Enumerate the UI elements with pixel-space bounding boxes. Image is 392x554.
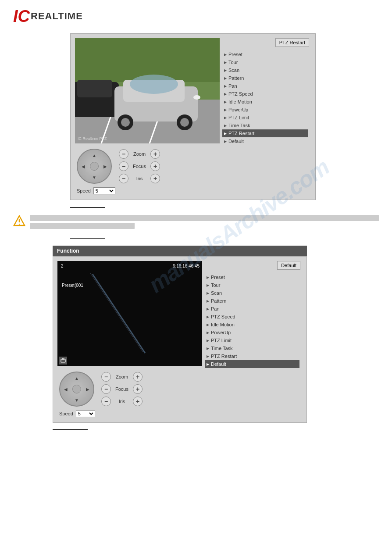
menu-default-1[interactable]: ▶Default — [222, 137, 308, 145]
menu-tour-1[interactable]: ▶Tour — [222, 58, 308, 66]
menu-powerup-1[interactable]: ▶PowerUp — [222, 106, 308, 114]
zoom-plus-2[interactable]: + — [133, 372, 143, 382]
camera-timestamp-2: 6:16:16 46:45 — [173, 264, 200, 268]
camera-feed-2: 2 6:16:16 46:45 Preset(001 — [57, 261, 202, 366]
iris-minus-2[interactable]: − — [101, 397, 111, 406]
menu-time-task-1[interactable]: ▶Time Task — [222, 122, 308, 129]
dpad-left-1[interactable]: ◀ — [78, 161, 88, 171]
menu-powerup-2[interactable]: ▶PowerUp — [205, 329, 299, 336]
divider-3 — [53, 429, 88, 430]
menu-pan-2[interactable]: ▶Pan — [205, 305, 299, 313]
speed-label-2: Speed — [59, 411, 73, 416]
zoom-minus-1[interactable]: − — [119, 149, 128, 159]
side-menu-1: PTZ Restart ▶Preset ▶Tour ▶Scan ▶Pattern… — [220, 38, 311, 145]
speed-select-1[interactable]: 5 1234 678 — [93, 187, 115, 194]
zoom-plus-1[interactable]: + — [150, 149, 160, 159]
ptz-panel-1: IC Realtime PTZ PTZ Restart ▶Preset ▶Tou… — [70, 33, 316, 200]
dpad-center-1[interactable] — [90, 162, 99, 171]
default-button-2[interactable]: Default — [277, 261, 300, 270]
svg-point-13 — [180, 118, 189, 127]
iris-label-2: Iris — [114, 399, 130, 404]
menu-pattern-2[interactable]: ▶Pattern — [205, 297, 299, 305]
menu-ptz-restart-2[interactable]: ▶PTZ Restart — [205, 352, 299, 360]
menu-ptz-limit-2[interactable]: ▶PTZ Limit — [205, 336, 299, 344]
focus-label-1: Focus — [131, 164, 148, 169]
iris-plus-2[interactable]: + — [133, 397, 143, 406]
svg-point-17 — [19, 224, 20, 225]
speed-row-1: Speed 5 1234 678 — [75, 186, 311, 195]
iris-minus-1[interactable]: − — [119, 174, 128, 183]
header: IC REALTIME — [0, 0, 392, 29]
svg-rect-18 — [57, 261, 202, 366]
dpad-right-2[interactable]: ▶ — [83, 384, 93, 394]
focus-label-2: Focus — [114, 386, 130, 392]
focus-minus-1[interactable]: − — [119, 161, 128, 171]
menu-scan-1[interactable]: ▶Scan — [222, 66, 308, 74]
speed-select-2[interactable]: 5 1234 678 — [76, 410, 95, 417]
menu-ptz-limit-1[interactable]: ▶PTZ Limit — [222, 114, 308, 122]
iris-label-1: Iris — [131, 176, 148, 181]
speed-label-1: Speed — [77, 188, 91, 193]
side-menu-2: Default ▶Preset ▶Tour ▶Scan ▶Pattern ▶Pa… — [202, 261, 302, 368]
camera-feed-1: IC Realtime PTZ — [75, 38, 220, 143]
svg-point-14 — [193, 95, 200, 100]
menu-idle-motion-1[interactable]: ▶Idle Motion — [222, 98, 308, 106]
svg-point-11 — [121, 118, 130, 127]
ptz-restart-button-1[interactable]: PTZ Restart — [275, 38, 309, 47]
logo-realtime: REALTIME — [31, 11, 83, 22]
logo-ic: IC — [13, 8, 30, 25]
focus-plus-1[interactable]: + — [150, 161, 160, 171]
dpad-up-2[interactable]: ▲ — [72, 373, 82, 383]
menu-preset-2[interactable]: ▶Preset — [205, 273, 299, 281]
divider-1 — [70, 207, 105, 208]
warning-text — [30, 215, 379, 231]
function-header: Function — [53, 246, 307, 256]
dpad-down-2[interactable]: ▼ — [72, 395, 82, 405]
zoom-label-2: Zoom — [114, 374, 130, 379]
camera-overlay-1: IC Realtime PTZ — [78, 136, 107, 141]
camera-number-2: 2 — [61, 264, 64, 268]
camera-icon-btn-2[interactable] — [59, 357, 67, 365]
svg-rect-6 — [77, 80, 112, 97]
function-panel: Function 2 6:16:16 46:45 Preset(001 — [53, 246, 307, 423]
zfi-controls-2: − Zoom + − Focus + − Iris + — [101, 372, 143, 406]
menu-scan-2[interactable]: ▶Scan — [205, 289, 299, 297]
focus-plus-2[interactable]: + — [133, 384, 143, 394]
focus-minus-2[interactable]: − — [101, 384, 111, 394]
controls-area-1: ▲ ▼ ◀ ▶ − Zoom + − Focus + — [75, 145, 311, 186]
svg-rect-21 — [61, 359, 65, 362]
divider-2 — [70, 238, 105, 239]
menu-idle-motion-2[interactable]: ▶Idle Motion — [205, 321, 299, 329]
menu-ptz-restart-1[interactable]: ▶PTZ Restart — [222, 129, 308, 137]
dpad-2: ▲ ▼ ◀ ▶ — [59, 372, 94, 407]
zoom-label-1: Zoom — [131, 151, 148, 157]
logo: IC REALTIME — [13, 8, 83, 25]
warning-icon — [13, 215, 25, 227]
dpad-right-1[interactable]: ▶ — [100, 161, 110, 171]
speed-row-2: Speed 5 1234 678 — [57, 408, 302, 418]
warning-bar-partial — [30, 223, 135, 229]
dpad-down-1[interactable]: ▼ — [89, 172, 99, 182]
menu-default-2[interactable]: ▶Default — [205, 360, 299, 368]
menu-pattern-1[interactable]: ▶Pattern — [222, 74, 308, 82]
dpad-up-1[interactable]: ▲ — [89, 150, 99, 160]
warning-section — [13, 215, 379, 231]
dpad-1: ▲ ▼ ◀ ▶ — [77, 149, 112, 184]
menu-time-task-2[interactable]: ▶Time Task — [205, 344, 299, 352]
controls-area-2: ▲ ▼ ◀ ▶ − Zoom + − Focus — [57, 368, 302, 408]
svg-point-9 — [130, 75, 178, 94]
menu-tour-2[interactable]: ▶Tour — [205, 281, 299, 289]
menu-ptz-speed-2[interactable]: ▶PTZ Speed — [205, 313, 299, 321]
iris-plus-1[interactable]: + — [150, 174, 160, 183]
dpad-center-2[interactable] — [72, 385, 81, 393]
dpad-left-2[interactable]: ◀ — [61, 384, 71, 394]
svg-marker-22 — [62, 358, 64, 359]
menu-ptz-speed-1[interactable]: ▶PTZ Speed — [222, 90, 308, 98]
menu-pan-1[interactable]: ▶Pan — [222, 82, 308, 90]
zoom-minus-2[interactable]: − — [101, 372, 111, 382]
zfi-controls-1: − Zoom + − Focus + − Iris + — [119, 149, 160, 183]
warning-bar-full — [30, 215, 379, 221]
function-body: 2 6:16:16 46:45 Preset(001 Default ▶Pres… — [53, 256, 307, 423]
camera-preset-label-2: Preset(001 — [62, 283, 83, 288]
menu-preset-1[interactable]: ▶Preset — [222, 50, 308, 58]
